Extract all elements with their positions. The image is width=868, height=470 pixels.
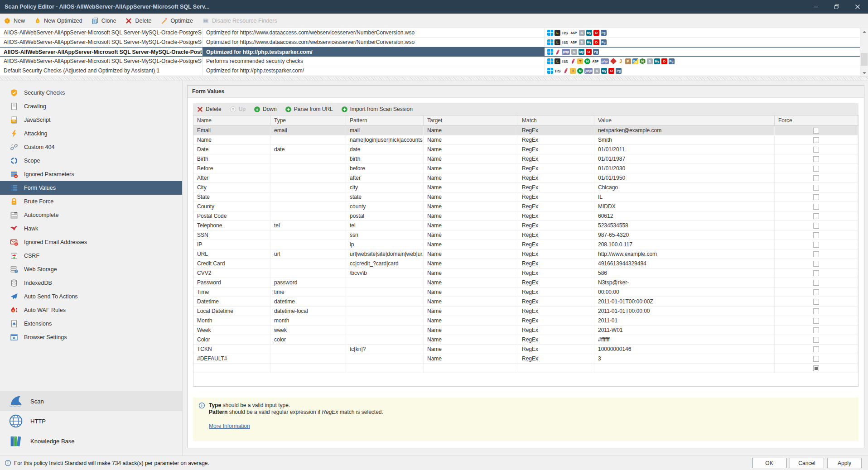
force-checkbox[interactable] [813,299,819,305]
toolbar-delete-button[interactable]: Delete [125,17,151,24]
cell-name[interactable]: CVV2 [193,269,270,278]
cell-type[interactable]: tel [270,221,346,230]
cell-type[interactable] [270,135,346,144]
cell-match[interactable]: RegEx [518,145,594,154]
cell-pattern[interactable]: county [346,202,424,211]
sidebar-item-csrf[interactable]: CSRF [0,249,182,263]
cell-type[interactable]: password [270,278,346,287]
cell-value[interactable]: 00:00:00 [594,288,775,297]
cell-name[interactable]: SSN [193,230,270,240]
force-checkbox[interactable] [813,232,819,238]
cell-name[interactable]: Telephone [193,221,270,230]
force-checkbox[interactable] [813,280,819,286]
sidebar-item-ignored-parameters[interactable]: Ignored Parameters [0,168,182,181]
form-value-row[interactable]: Namename|login|user|nick|accounts...Name… [193,135,858,145]
cell-name[interactable]: Credit Card [193,259,270,268]
cell-match[interactable]: RegEx [518,335,594,344]
cell-pattern[interactable]: mail [346,126,424,135]
cell-target[interactable]: Name [424,135,518,144]
sidebar-item-scope[interactable]: Scope [0,154,182,168]
cell-value[interactable]: http://www.example.com [594,249,775,259]
column-header-type[interactable]: Type [270,115,346,125]
form-value-row[interactable]: BeforebeforeNameRegEx01/01/2030 [193,164,858,173]
cell-pattern[interactable] [346,335,424,344]
form-value-row[interactable]: CVV2\bcvv\bNameRegEx586 [193,269,858,278]
force-checkbox[interactable] [813,128,819,134]
cell-pattern[interactable] [346,326,424,335]
column-header-pattern[interactable]: Pattern [346,115,424,125]
force-checkbox[interactable] [813,327,819,333]
cell-type[interactable]: time [270,288,346,297]
scroll-thumb[interactable] [861,53,868,66]
cell-pattern[interactable]: city [346,183,424,192]
grid-import-from-scan-session-button[interactable]: Import from Scan Session [341,106,413,113]
grid-delete-button[interactable]: Delete [197,106,222,113]
cell-name[interactable]: Time [193,288,270,297]
toolbar-clone-button[interactable]: Clone [92,17,116,24]
policy-row[interactable]: AllOS-AllWebServer-AllAppServer-Microsof… [0,28,860,38]
form-value-row[interactable]: EmailemailmailNameRegExnetsparker@exampl… [193,126,858,135]
cell-type[interactable]: datetime-local [270,307,346,316]
cell-pattern[interactable] [346,297,424,306]
sidebar-item-ignored-email-addresses[interactable]: Ignored Email Addresses [0,235,182,249]
cell-name[interactable]: After [193,173,270,182]
more-information-link[interactable]: More Information [209,423,250,430]
cell-type[interactable]: week [270,326,346,335]
cell-match[interactable]: RegEx [518,202,594,211]
cell-match[interactable]: RegEx [518,307,594,316]
cell-target[interactable]: Name [424,326,518,335]
cell-type[interactable] [270,354,346,363]
sidebar-item-custom-404[interactable]: Custom 404 [0,140,182,154]
policy-row[interactable]: AllOS-AllWebServer-AllAppServer-Microsof… [0,57,860,66]
cell-value[interactable]: 01/01/1987 [594,154,775,163]
cell-name[interactable]: Birth [193,154,270,163]
cell-target[interactable]: Name [424,307,518,316]
cell-type[interactable]: month [270,316,346,325]
force-checkbox[interactable] [813,289,819,295]
toolbar-new-optimized-button[interactable]: New Optimized [34,17,82,24]
sidebar-item-form-values[interactable]: Form Values [0,181,182,195]
force-checkbox-indeterminate[interactable] [813,365,819,371]
cell-target[interactable]: Name [424,164,518,173]
cell-target[interactable]: Name [424,269,518,278]
cell-target[interactable]: Name [424,240,518,249]
cell-type[interactable] [270,269,346,278]
cell-target[interactable]: Name [424,154,518,163]
policy-row[interactable]: AllOS-AllWebServer-AllAppServer-Microsof… [0,38,860,47]
cell-target[interactable]: Name [424,345,518,354]
force-checkbox[interactable] [813,194,819,200]
column-header-value[interactable]: Value [594,115,775,125]
cell-type[interactable] [270,173,346,182]
cell-target[interactable]: Name [424,288,518,297]
cell-value[interactable]: MIDDX [594,202,775,211]
cell-target[interactable]: Name [424,126,518,135]
sidebar-item-indexeddb[interactable]: IndexedDB [0,276,182,290]
cell-name[interactable]: #DEFAULT# [193,354,270,363]
cell-target[interactable]: Name [424,230,518,240]
force-checkbox[interactable] [813,251,819,257]
column-header-name[interactable]: Name [193,115,270,125]
cell-empty[interactable] [518,364,594,373]
cell-match[interactable]: RegEx [518,240,594,249]
sidebar-item-auto-waf-rules[interactable]: Auto WAF Rules [0,303,182,317]
form-value-row[interactable]: ColorcolorNameRegEx#ffffff [193,335,858,345]
cell-target[interactable]: Name [424,173,518,182]
sidebar-section-scan[interactable]: Scan [0,391,182,411]
cell-match[interactable]: RegEx [518,259,594,268]
cell-pattern[interactable] [346,278,424,287]
sidebar-item-crawling[interactable]: Crawling [0,100,182,113]
form-value-row[interactable]: Local Datetimedatetime-localNameRegEx201… [193,307,858,316]
form-value-row[interactable]: SSNssnNameRegEx987-65-4320 [193,230,858,240]
sidebar-item-web-storage[interactable]: Web Storage [0,263,182,276]
scroll-down-icon[interactable] [860,69,868,77]
form-value-row[interactable]: AfterafterNameRegEx01/01/1950 [193,173,858,183]
cell-match[interactable]: RegEx [518,211,594,221]
cell-pattern[interactable]: after [346,173,424,182]
cell-type[interactable] [270,211,346,221]
cancel-button[interactable]: Cancel [790,458,824,468]
cell-pattern[interactable]: tel [346,221,424,230]
cell-value[interactable]: 2011-01-01T00:00:00Z [594,297,775,306]
form-value-row[interactable]: #DEFAULT#NameRegEx3 [193,354,858,364]
maximize-button[interactable] [826,0,847,14]
cell-value[interactable]: IL [594,192,775,201]
